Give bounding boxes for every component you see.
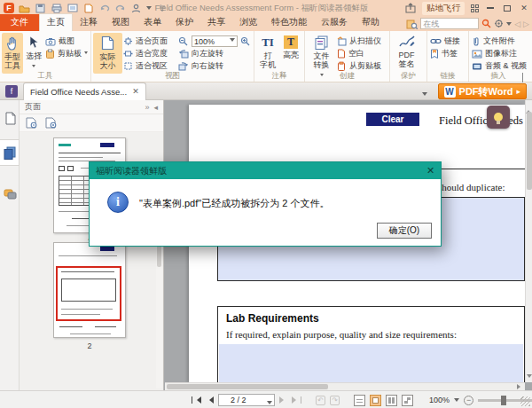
convert-file-button[interactable]: 文件 转换 — [307, 33, 336, 74]
link-button[interactable]: 链接 — [429, 35, 461, 47]
tab-home[interactable]: 主页 — [39, 13, 73, 31]
panel-collapse-icon[interactable]: ◂ — [153, 103, 158, 112]
tab-cloud[interactable]: 云服务 — [314, 14, 355, 31]
page-2-label[interactable]: 2 — [53, 341, 126, 350]
tab-protect[interactable]: 保护 — [168, 14, 200, 31]
tab-view[interactable]: 视图 — [105, 14, 137, 31]
clipboard-small-icon — [337, 61, 347, 71]
ribbon-group-protect: PDF 签名 保护 — [390, 31, 427, 82]
vertical-scrollbar[interactable] — [525, 100, 532, 382]
clear-form-button[interactable]: Clear — [366, 113, 419, 126]
group-label-comment: 注释 — [254, 71, 304, 82]
undo-button[interactable] — [98, 3, 110, 14]
find-previous-icon[interactable]: ◁ — [514, 20, 520, 28]
from-scanner-button[interactable]: 从扫描仪 — [336, 35, 382, 47]
highlight-button[interactable]: T 高亮 — [279, 33, 302, 74]
minimize-button[interactable] — [485, 3, 496, 13]
tab-help[interactable]: 帮助 — [355, 14, 387, 31]
close-button[interactable] — [519, 3, 529, 13]
print-button[interactable] — [51, 3, 62, 14]
search-scope-icon[interactable] — [406, 19, 418, 29]
search-input[interactable] — [420, 18, 479, 29]
facing-view-button[interactable] — [386, 395, 397, 406]
app-logo[interactable]: F — [4, 3, 14, 13]
continuous-facing-view-button[interactable] — [402, 395, 413, 406]
fit-page-button[interactable]: 适合页面 — [122, 35, 177, 47]
zoom-slider-thumb[interactable] — [501, 396, 506, 405]
tab-share[interactable]: 共享 — [200, 14, 232, 31]
zoom-caret-icon — [230, 38, 235, 44]
bookmarks-panel-button[interactable] — [0, 106, 20, 130]
clipboard-button[interactable]: 剪贴板 — [44, 48, 89, 59]
zoom-in-icon[interactable] — [240, 36, 251, 46]
typewriter-button[interactable]: TI 打 字机 — [256, 33, 279, 74]
single-page-view-button[interactable] — [354, 395, 365, 406]
blank-page-icon — [337, 49, 346, 59]
blank-document-button[interactable]: 空白 — [336, 48, 382, 59]
zoom-level-select[interactable]: 100% — [192, 35, 238, 47]
previous-view-button[interactable]: ↶ — [316, 396, 325, 405]
save-button[interactable] — [35, 3, 46, 14]
select-tool-button[interactable]: 选择 — [23, 33, 44, 74]
zoom-percent-caret-icon[interactable] — [454, 398, 459, 404]
open-file-button[interactable] — [19, 3, 30, 14]
ok-button[interactable]: 确定(O) — [377, 223, 432, 239]
previous-page-button[interactable] — [206, 396, 214, 404]
redo-button[interactable] — [114, 3, 126, 14]
panel-expand-icon[interactable]: » — [145, 103, 149, 112]
paste-button[interactable] — [82, 3, 94, 14]
thumbnail-zoom-out-button[interactable] — [26, 117, 38, 129]
image-annotation-button[interactable]: 图像标注 — [471, 48, 528, 59]
bookmark-button[interactable]: 书签 — [429, 48, 461, 59]
actual-size-button[interactable]: 实际 大小 — [93, 33, 122, 74]
ribbon-group-comment: TI 打 字机 T 高亮 注释 — [254, 31, 305, 82]
snapshot-button[interactable] — [66, 3, 78, 14]
layout-grid-icon[interactable] — [471, 4, 479, 12]
lab-requirements-field[interactable] — [219, 344, 523, 382]
zoom-percent-label: 100% — [429, 396, 450, 404]
fly-mode-button[interactable]: 贴地飞行 — [422, 2, 465, 15]
hand-tool-button[interactable]: 手型 工具 — [2, 33, 23, 74]
tab-browse[interactable]: 浏览 — [232, 14, 264, 31]
continuous-view-button[interactable] — [370, 395, 381, 406]
hand-icon — [5, 35, 20, 51]
close-tab-icon[interactable]: ✕ — [132, 87, 139, 96]
comments-panel-button[interactable] — [0, 182, 20, 207]
rotate-left-button[interactable]: 向左旋转 — [177, 48, 252, 59]
tab-file[interactable]: 文件 — [0, 14, 39, 31]
settings-gear-icon[interactable] — [494, 19, 504, 28]
document-tab[interactable]: Field Office Needs Asse... ✕ — [23, 82, 146, 100]
next-view-button[interactable]: ↷ — [330, 396, 340, 405]
page-number-box[interactable]: 2 / 2 — [218, 394, 275, 406]
fit-width-button[interactable]: 适合宽度 — [122, 48, 177, 59]
search-icon[interactable] — [481, 19, 491, 28]
tab-features[interactable]: 特色功能 — [264, 14, 314, 31]
signature-pen-icon — [399, 35, 415, 49]
assistant-bulb-icon[interactable] — [487, 106, 510, 129]
maximize-button[interactable] — [502, 3, 512, 13]
first-page-button[interactable] — [192, 396, 201, 404]
find-next-icon[interactable]: ▷ — [523, 20, 529, 28]
file-attachment-button[interactable]: 文件附件 — [471, 35, 528, 47]
screenshot-button[interactable]: 截图 — [44, 35, 89, 47]
tab-comment[interactable]: 注释 — [73, 14, 105, 31]
page-2-thumbnail[interactable] — [53, 242, 126, 338]
document-tab-bar: f Field Office Needs Asse... ✕ W PDF转Wor… — [0, 82, 532, 100]
zoom-out-button[interactable]: − — [464, 396, 473, 405]
share-icon[interactable] — [404, 3, 416, 14]
thumbnail-zoom-in-button[interactable] — [45, 117, 58, 129]
tab-list-caret-icon[interactable] — [422, 92, 427, 98]
zoom-out-icon[interactable] — [178, 36, 189, 46]
collapse-ribbon-button[interactable] — [522, 74, 528, 80]
pdf-to-word-button[interactable]: W PDF转Word ▸ — [438, 83, 527, 99]
tab-form[interactable]: 表单 — [137, 14, 168, 31]
pdf-sign-button[interactable]: PDF 签名 — [392, 33, 421, 74]
horizontal-scrollbar[interactable] — [165, 382, 525, 390]
next-page-button[interactable] — [279, 396, 287, 404]
last-page-button[interactable] — [292, 396, 301, 404]
settings-caret-icon[interactable] — [506, 22, 512, 28]
dialog-close-button[interactable]: ✕ — [425, 165, 436, 177]
pages-panel-button[interactable] — [0, 139, 20, 166]
status-bar: 2 / 2 ↶ ↷ 100% − + — [0, 390, 532, 408]
resize-grip[interactable] — [520, 396, 530, 406]
